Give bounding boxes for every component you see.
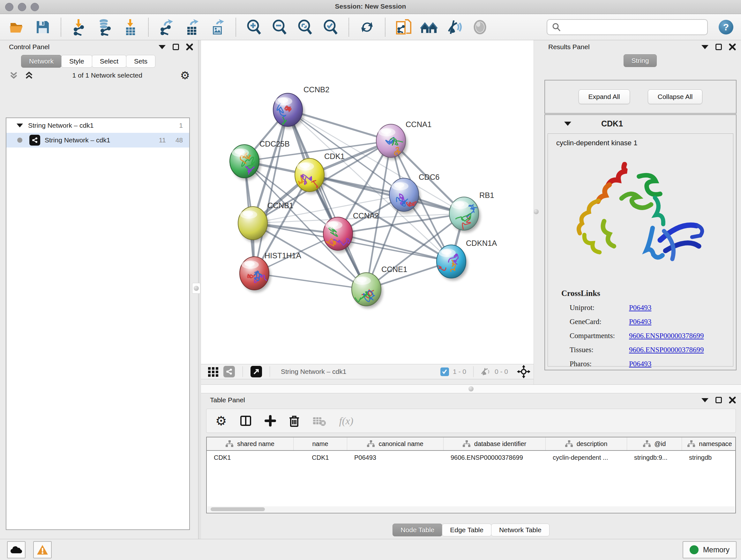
protein-card: CDK1 cyclin-dependent kinase 1 [544,114,737,370]
add-column-icon[interactable] [265,415,276,427]
cell-name[interactable]: CDK1 [293,451,347,464]
table-panel-splitter[interactable] [201,384,741,393]
table-splitter-handle[interactable] [468,386,474,391]
delete-column-icon[interactable] [289,415,300,427]
node-table[interactable]: shared name name canonical name database… [206,437,736,513]
column-header[interactable]: shared name [207,437,293,450]
show-columns-icon[interactable] [240,415,252,427]
import-network-from-database-button[interactable] [96,18,114,37]
selected-checkbox-icon[interactable] [441,368,449,376]
annotation-mode-button[interactable] [471,18,489,37]
node-CDK1[interactable] [295,159,326,194]
toolbar-separator [385,18,386,37]
node-CCNA2[interactable] [323,217,354,253]
panel-close-icon[interactable] [729,44,736,51]
node-CCNA1[interactable] [376,124,407,160]
open-session-button[interactable] [8,18,26,37]
panel-float-icon[interactable] [716,397,722,403]
tab-network-table[interactable]: Network Table [491,523,549,537]
pan-crosshair-icon[interactable] [517,365,530,378]
column-header[interactable]: canonical name [347,437,444,450]
import-network-button[interactable] [70,18,88,37]
table-horizontal-scrollbar[interactable] [207,506,735,512]
cloud-services-button[interactable] [7,541,25,558]
detach-view-icon[interactable] [251,366,262,377]
node-HIST1H1A[interactable] [240,257,271,292]
warnings-button[interactable] [33,541,52,558]
export-image-button[interactable] [209,18,226,37]
search-input[interactable] [564,23,702,30]
tab-style[interactable]: Style [61,55,92,68]
protein-accordion-header[interactable]: CDK1 [545,115,736,132]
toolbar-separator [235,18,236,37]
panel-menu-icon[interactable] [701,45,709,49]
crosslink-label: Tissues: [561,346,629,354]
tab-node-table[interactable]: Node Table [393,523,442,537]
node-CDC25B[interactable] [230,145,261,180]
network-edge[interactable] [254,273,366,289]
panel-menu-icon[interactable] [701,398,709,402]
panel-menu-icon[interactable] [158,45,165,49]
help-button[interactable]: ? [719,20,733,35]
column-header[interactable]: namespace [682,437,736,450]
search-box[interactable] [547,19,708,35]
crosslink-uniprot-link[interactable]: P06493 [629,304,651,312]
memory-button[interactable]: Memory [683,541,737,558]
cell-namespace[interactable]: stringdb [682,451,736,464]
network-collection-row[interactable]: String Network – cdk1 1 [6,118,189,133]
refresh-button[interactable] [358,18,376,37]
accordion-caret-icon[interactable] [564,122,571,126]
collapse-all-button[interactable]: Collapse All [648,89,703,104]
crosslink-tissues-link[interactable]: 9606.ENSP00000378699 [629,346,704,354]
column-header[interactable]: database identifier [444,437,546,450]
table-row[interactable]: CDK1 CDK1 P06493 9606.ENSP00000378699 cy… [207,451,735,464]
zoom-selected-button[interactable] [322,18,340,37]
tab-edge-table[interactable]: Edge Table [442,523,491,537]
cell-id[interactable]: stringdb:9... [627,451,682,464]
expand-all-icon[interactable] [25,71,35,79]
network-canvas[interactable]: CCNB2CCNA1CDC25BCDK1CDC6RB1CCNB1CCNA2CDK… [201,40,534,364]
network-view-mode-icon[interactable] [223,366,235,377]
panel-close-icon[interactable] [729,396,736,403]
panel-float-icon[interactable] [173,44,179,50]
panel-float-icon[interactable] [716,44,722,50]
import-table-icon [122,18,139,36]
scrollbar-thumb[interactable] [211,507,265,511]
tab-select[interactable]: Select [92,55,126,68]
show-all-networks-button[interactable] [420,18,438,37]
tab-string[interactable]: String [623,54,657,67]
tree-expander-icon[interactable] [17,124,23,127]
clone-network-button[interactable] [394,18,412,37]
cell-database-identifier[interactable]: 9606.ENSP00000378699 [444,451,546,464]
tab-network[interactable]: Network [21,55,62,68]
cell-shared-name[interactable]: CDK1 [207,451,293,464]
cell-description[interactable]: cyclin-dependent ... [546,451,627,464]
save-session-button[interactable] [34,18,52,37]
column-header[interactable]: name [293,437,347,450]
column-header[interactable]: description [546,437,627,450]
import-table-button[interactable] [121,18,139,37]
collapse-all-icon[interactable] [10,71,19,79]
tab-sets[interactable]: Sets [126,55,155,68]
expand-all-button[interactable]: Expand All [579,89,630,104]
export-table-button[interactable] [183,18,201,37]
hide-unhide-button[interactable] [446,18,463,37]
export-network-button[interactable] [158,18,176,37]
network-view[interactable]: CCNB2CCNA1CDC25BCDK1CDC6RB1CCNB1CCNA2CDK… [201,40,534,364]
column-header[interactable]: @id [627,437,682,450]
crosslink-genecard-link[interactable]: P06493 [629,318,651,326]
network-row[interactable]: String Network – cdk1 11 48 [6,133,189,147]
zoom-out-button[interactable] [271,18,288,37]
node-CCNE1[interactable] [352,273,383,308]
zoom-in-button[interactable] [245,18,263,37]
node-RB1[interactable] [449,197,480,233]
cell-canonical-name[interactable]: P06493 [347,451,444,464]
zoom-fit-button[interactable] [296,18,314,37]
network-edge[interactable] [288,110,366,289]
panel-close-icon[interactable] [186,44,193,51]
crosslink-pharos-link[interactable]: P06493 [629,360,651,368]
crosslink-compartments-link[interactable]: 9606.ENSP00000378699 [629,332,704,340]
left-splitter-handle[interactable] [192,283,200,294]
right-splitter-handle[interactable] [534,209,539,214]
grid-view-icon[interactable] [207,366,219,377]
